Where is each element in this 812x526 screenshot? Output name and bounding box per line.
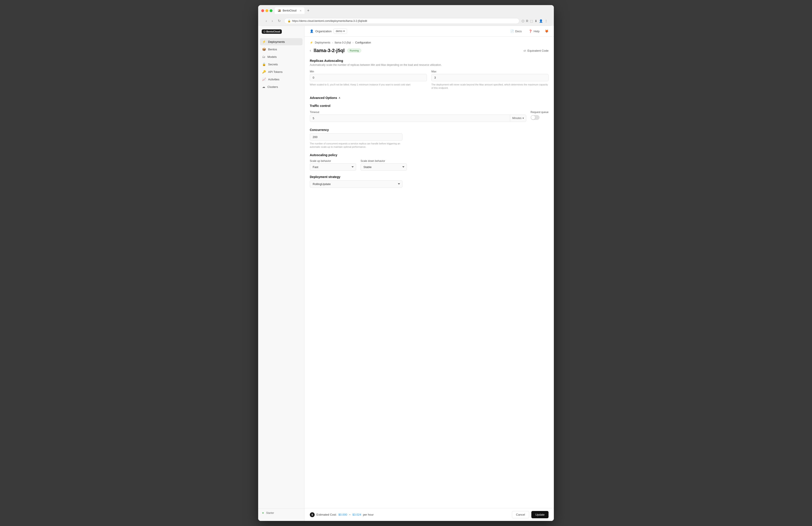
cost-max: $3.024 — [352, 513, 361, 516]
strategy-title: Deployment strategy — [310, 175, 549, 179]
timeout-field: Timeout Minutes ▾ — [310, 111, 526, 122]
tab-close-button[interactable]: ✕ — [300, 10, 301, 12]
concurrency-title: Concurrency — [310, 128, 549, 132]
advanced-options-toggle[interactable]: Advanced Options ∧ — [310, 96, 549, 100]
logo-box: ⬡ BentoCloud — [262, 29, 282, 34]
top-bar: 👤 Organization demo ▾ 📄 Docs ❓ Help — [304, 26, 554, 37]
user-avatar[interactable]: 🦊 — [545, 29, 549, 33]
sidebar-item-models[interactable]: 🗂 Models — [260, 53, 303, 60]
autoscaling-grid: Min When scaled to 0, you'll not be bill… — [310, 70, 549, 90]
concurrency-hint: The number of concurrent requests a serv… — [310, 142, 403, 149]
cost-info: $ Estimated Cost: $0.000 ~ $3.024 per ho… — [310, 512, 374, 517]
timeout-unit-label: Minutes — [512, 117, 522, 120]
timeout-input[interactable] — [310, 115, 510, 122]
timeout-unit-selector[interactable]: Minutes ▾ — [510, 115, 526, 122]
download-icon[interactable]: ⬇ — [535, 19, 537, 23]
breadcrumb-deployments[interactable]: Deployments — [315, 41, 330, 44]
bentos-icon: 📦 — [262, 47, 266, 51]
window-controls — [261, 9, 273, 12]
starter-icon: ✦ — [262, 511, 264, 515]
sidebar-item-deployments[interactable]: ⚡ Deployments — [260, 38, 303, 45]
breadcrumb-sep-1: › — [332, 41, 333, 44]
autoscaling-title: Replicas Autoscaling — [310, 59, 549, 62]
help-button[interactable]: ❓ Help — [527, 29, 541, 34]
traffic-control-section: Traffic control Timeout Minutes ▾ — [310, 104, 549, 122]
extension-icon-2[interactable]: R — [526, 19, 528, 23]
concurrency-section: Concurrency The number of concurrent req… — [310, 128, 549, 149]
forward-button[interactable]: › — [270, 18, 274, 24]
dropdown-arrow-icon: ▾ — [343, 30, 345, 33]
cancel-button[interactable]: Cancel — [512, 511, 529, 518]
equivalent-code-button[interactable]: ‹/› Equivalent Code — [523, 49, 549, 52]
extension-icon-1[interactable]: ⬡ — [522, 19, 524, 23]
sidebar-item-label: API Tokens — [268, 70, 282, 73]
strategy-select[interactable]: RollingUpdate Recreate RampedSlowRollout — [310, 181, 403, 188]
max-label: Max — [431, 70, 549, 73]
back-button[interactable]: ‹ — [264, 18, 268, 24]
cost-min: $0.000 — [338, 513, 347, 516]
timeout-label: Timeout — [310, 111, 526, 114]
breadcrumb-current: Configuration — [355, 41, 371, 44]
browser-nav-icons: ⬡ R ⬚ ⬇ 👤 ⋮ — [522, 19, 548, 23]
main-content: 👤 Organization demo ▾ 📄 Docs ❓ Help — [304, 26, 554, 521]
concurrency-input[interactable] — [310, 133, 403, 141]
new-tab-button[interactable]: + — [305, 8, 311, 14]
tab-title: BentoCloud — [282, 9, 296, 12]
min-hint: When scaled to 0, you'll not be billed. … — [310, 83, 427, 86]
deployment-strategy-section: Deployment strategy RollingUpdate Recrea… — [310, 175, 549, 188]
starter-badge: ✦ Starter — [262, 511, 301, 515]
close-dot[interactable] — [261, 9, 264, 12]
scale-up-field: Scale up behavior Fast Slow Disabled — [310, 159, 356, 171]
back-button[interactable]: ‹ — [310, 48, 311, 53]
menu-icon[interactable]: ⋮ — [545, 19, 548, 23]
app-layout: ⬡ BentoCloud ⚡ Deployments 📦 Bentos 🗂 Mo… — [258, 26, 554, 521]
update-button[interactable]: Update — [531, 511, 549, 518]
breadcrumb-deployment-name[interactable]: llama-3-2-j5ql — [335, 41, 351, 44]
url-text: https://demo.cloud.bentoml.com/deploymen… — [292, 19, 516, 23]
traffic-grid: Timeout Minutes ▾ Request queue — [310, 111, 549, 122]
tab-bar: 🍱 BentoCloud ✕ + — [275, 7, 311, 14]
min-input[interactable] — [310, 74, 427, 81]
request-queue-toggle[interactable] — [531, 115, 539, 120]
nav-bar: ‹ › ↻ 🔒 https://demo.cloud.bentoml.com/d… — [261, 16, 551, 26]
status-badge: Running — [347, 48, 361, 53]
code-icon: ‹/› — [523, 49, 526, 52]
minimize-dot[interactable] — [265, 9, 268, 12]
address-bar[interactable]: 🔒 https://demo.cloud.bentoml.com/deploym… — [284, 18, 519, 24]
sidebar-item-api-tokens[interactable]: 🔑 API Tokens — [260, 68, 303, 75]
sidebar-item-activities[interactable]: 📈 Activities — [260, 76, 303, 83]
traffic-title: Traffic control — [310, 104, 549, 108]
reload-button[interactable]: ↻ — [276, 18, 282, 24]
models-icon: 🗂 — [262, 55, 265, 58]
min-label: Min — [310, 70, 427, 73]
sidebar-item-bentos[interactable]: 📦 Bentos — [260, 46, 303, 53]
breadcrumb-sep-2: › — [352, 41, 353, 44]
sidebar-item-label: Deployments — [268, 40, 285, 43]
page-title: llama-3-2-j5ql — [314, 48, 345, 54]
max-input[interactable] — [431, 74, 549, 81]
sidebar-item-secrets[interactable]: 🔒 Secrets — [260, 61, 303, 68]
docs-button[interactable]: 📄 Docs — [509, 29, 524, 34]
page-header: ‹ llama-3-2-j5ql Running ‹/› Equivalent … — [310, 48, 549, 54]
profile-icon[interactable]: 👤 — [539, 19, 543, 23]
tab-favicon: 🍱 — [278, 9, 281, 12]
org-selector: 👤 Organization demo ▾ — [310, 28, 347, 34]
maximize-dot[interactable] — [270, 9, 273, 12]
api-tokens-icon: 🔑 — [262, 70, 266, 73]
org-name: demo — [336, 30, 343, 33]
autoscaling-section: Replicas Autoscaling Automatically scale… — [310, 59, 549, 90]
sidebar-item-clusters[interactable]: ☁ Clusters — [260, 83, 303, 90]
org-dropdown[interactable]: demo ▾ — [333, 28, 347, 34]
deployments-icon: ⚡ — [262, 40, 266, 43]
scale-up-select[interactable]: Fast Slow Disabled — [310, 164, 356, 171]
active-tab[interactable]: 🍱 BentoCloud ✕ — [275, 7, 304, 14]
org-icon: 👤 — [310, 29, 314, 33]
sidebar-item-label: Models — [267, 55, 277, 58]
min-field: Min When scaled to 0, you'll not be bill… — [310, 70, 427, 90]
scale-down-select[interactable]: Stable Fast Disabled — [361, 164, 407, 171]
title-bar: 🍱 BentoCloud ✕ + — [261, 7, 551, 14]
browser-window: 🍱 BentoCloud ✕ + ‹ › ↻ 🔒 https://demo.cl… — [258, 5, 554, 521]
request-queue-label: Request queue — [531, 111, 549, 114]
extension-icon-3[interactable]: ⬚ — [530, 19, 533, 23]
clusters-icon: ☁ — [262, 85, 265, 88]
